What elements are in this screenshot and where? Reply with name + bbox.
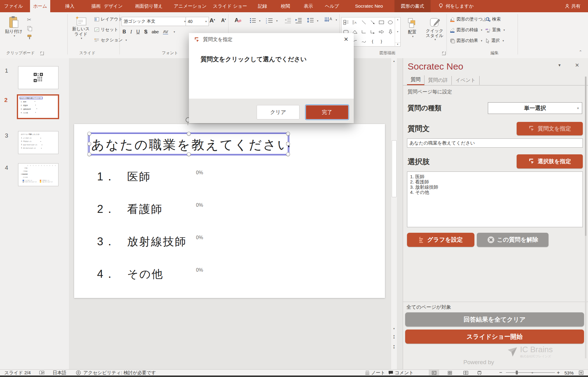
slide-thumb-3[interactable]: どのくらい理解しましたか 1．よくわかった 2．半分わかった 3．あまりわからな… <box>18 131 58 154</box>
pane-tab-question-detail[interactable]: 質問の詳 <box>424 76 452 85</box>
decrease-font-icon[interactable]: A▾ <box>221 18 226 23</box>
set-choices-button[interactable]: 選択肢を指定 <box>517 154 583 168</box>
slide-canvas[interactable]: あなたの職業を教えてください 1．医師 0% 2．看護師 0% 3．放射線技師 … <box>74 124 385 298</box>
resize-handle-se[interactable] <box>286 152 290 156</box>
shape-effects-button[interactable]: 図形の効果▾ <box>450 38 482 43</box>
choice-item-4[interactable]: 4．その他 <box>97 267 164 282</box>
arrange-chevron[interactable]: ▾ <box>412 35 414 38</box>
tab-home[interactable]: ホーム <box>30 0 50 12</box>
notes-button[interactable]: ノート <box>365 370 385 376</box>
slideshow-view-button[interactable] <box>474 370 484 376</box>
question-text-field[interactable]: あなたの職業を教えてください <box>407 138 583 148</box>
paste-button[interactable]: 貼り付け ▾ <box>4 16 23 37</box>
resize-handle-s[interactable] <box>187 152 191 156</box>
language-indicator[interactable]: 日本語 <box>53 370 66 376</box>
shape-oval[interactable] <box>386 17 395 27</box>
tab-design[interactable]: デザイン <box>100 0 127 12</box>
collapse-ribbon-chevron[interactable]: ⌃ <box>579 50 582 54</box>
resize-handle-sw[interactable] <box>87 152 91 156</box>
spellcheck-book-icon[interactable] <box>39 371 44 375</box>
drawing-dialog-launcher[interactable] <box>442 51 446 55</box>
reading-view-button[interactable] <box>461 370 471 376</box>
line-spacing-chevron[interactable]: ▾ <box>317 19 318 22</box>
shape-outline-button[interactable]: 図形の枠線▾ <box>450 27 482 33</box>
resize-handle-ne[interactable] <box>286 132 290 136</box>
italic-button[interactable]: I <box>130 29 132 35</box>
zoom-slider-thumb[interactable] <box>516 371 518 375</box>
text-direction-icon[interactable]: A <box>324 17 333 24</box>
tab-transitions[interactable]: 画面切り替え <box>130 0 168 12</box>
tab-file[interactable]: ファイル <box>4 0 23 12</box>
scroll-up-arrow[interactable]: ▴ <box>391 59 397 62</box>
gallery-up-arrow[interactable]: ▴ <box>397 18 398 21</box>
reset-button[interactable]: リセット <box>94 27 118 32</box>
tab-help[interactable]: ヘルプ <box>320 0 344 12</box>
increase-font-icon[interactable]: A▴ <box>209 17 215 24</box>
quick-styles-chevron[interactable]: ▾ <box>435 38 436 41</box>
resize-handle-n[interactable] <box>187 132 191 136</box>
character-spacing-button[interactable]: AV <box>163 29 168 34</box>
pane-close-icon[interactable]: × <box>575 61 579 69</box>
new-slide-chevron[interactable]: ▾ <box>81 37 82 40</box>
section-button[interactable]: セクション▾ <box>94 37 127 43</box>
tab-view[interactable]: 表示 <box>298 0 319 12</box>
comments-button[interactable]: コメント <box>388 370 413 376</box>
question-type-select[interactable]: 単一選択 ▾ <box>488 102 582 114</box>
pane-tab-question[interactable]: 質問 <box>407 75 424 85</box>
shape-brace-left[interactable]: { <box>368 36 377 46</box>
choice-item-1[interactable]: 1．医師 <box>97 169 151 184</box>
pane-dropdown-chevron[interactable]: ▼ <box>558 63 561 67</box>
clipboard-dialog-launcher[interactable] <box>40 51 44 55</box>
tab-insert[interactable]: 挿入 <box>59 0 81 12</box>
font-size-select[interactable]: 40▾ <box>186 17 209 26</box>
format-painter-icon[interactable] <box>27 34 32 40</box>
shape-brace-right[interactable]: } <box>377 36 386 46</box>
shape-block-arrow-right[interactable] <box>377 27 386 36</box>
shape-vertical-textbox[interactable]: A <box>350 17 359 27</box>
choices-field[interactable]: 1. 医師 2. 看護師 3. 放射線技師 4. その他 <box>407 172 583 227</box>
copy-icon[interactable] <box>27 26 32 31</box>
decrease-indent-icon[interactable] <box>284 17 292 24</box>
strikethrough-button[interactable]: abe <box>152 29 159 34</box>
shape-textbox[interactable]: A <box>341 17 350 27</box>
spacing-chevron[interactable]: ▾ <box>174 30 175 33</box>
tab-slideshow[interactable]: スライド ショー <box>211 0 249 12</box>
find-button[interactable]: 検索 <box>485 17 501 22</box>
shape-elbow-arrow[interactable] <box>368 27 377 36</box>
select-button[interactable]: 選択▾ <box>485 38 504 43</box>
scrollbar-thumb[interactable] <box>392 140 397 197</box>
title-textbox-selected[interactable]: あなたの職業を教えてください <box>89 133 288 155</box>
slide-number-indicator[interactable]: スライド 2/4 <box>4 370 31 376</box>
slide-thumb-1[interactable] <box>18 66 58 89</box>
quick-styles-button[interactable]: クイック スタイル ▾ <box>423 17 446 41</box>
choice-item-2[interactable]: 2．看護師 <box>97 202 163 217</box>
shape-elbow[interactable] <box>359 27 368 36</box>
slide-scrollbar[interactable]: ▴ ▾ ▴▴ ▾▾ <box>391 58 397 369</box>
replace-button[interactable]: abac 置換▾ <box>485 27 505 33</box>
new-slide-button[interactable]: 新しいスライド ▾ <box>70 16 91 40</box>
normal-view-button[interactable] <box>429 370 439 376</box>
dialog-close-icon[interactable]: × <box>344 35 348 43</box>
accessibility-status[interactable]: アクセシビリティ: 検討が必要です <box>83 370 156 376</box>
pane-scrollbar-track[interactable] <box>585 77 586 358</box>
share-button[interactable]: 共有 <box>560 0 585 12</box>
zoom-in-button[interactable]: + <box>557 370 560 376</box>
shape-line[interactable] <box>359 17 368 27</box>
slide-title-text[interactable]: あなたの職業を教えてください <box>91 136 292 153</box>
set-chart-button[interactable]: グラフを設定 <box>407 233 474 247</box>
pane-tab-event[interactable]: イベント <box>452 76 480 85</box>
shape-curve[interactable] <box>359 36 368 46</box>
previous-slide-button[interactable]: ▴▴ <box>391 334 397 339</box>
slide-thumb-2-selected[interactable]: あなたの職業を教えてください 1．医師 2．看護師 3．放射線技師 4．その他 <box>17 94 59 119</box>
clear-formatting-icon[interactable]: A <box>235 17 241 24</box>
start-slideshow-button[interactable]: スライドショー開始 <box>405 330 584 344</box>
scroll-down-arrow[interactable]: ▾ <box>391 327 397 330</box>
set-question-button[interactable]: 質問文を指定 <box>517 122 583 135</box>
pane-scrollbar-thumb[interactable] <box>585 77 586 236</box>
tab-record[interactable]: 記録 <box>252 0 273 12</box>
shapes-gallery-scrollbar[interactable]: ▴ ▾ ▾ <box>395 17 400 46</box>
gallery-down-arrow[interactable]: ▾ <box>397 30 398 33</box>
choice-item-3[interactable]: 3．放射線技師 <box>97 234 187 249</box>
slide-thumb-4-chart[interactable]: 1. 医師 2. 看護師 3. 放射線技師 4. その他 1. よくわかった 2… <box>18 163 58 186</box>
shape-block-arrow-down[interactable] <box>386 27 395 36</box>
